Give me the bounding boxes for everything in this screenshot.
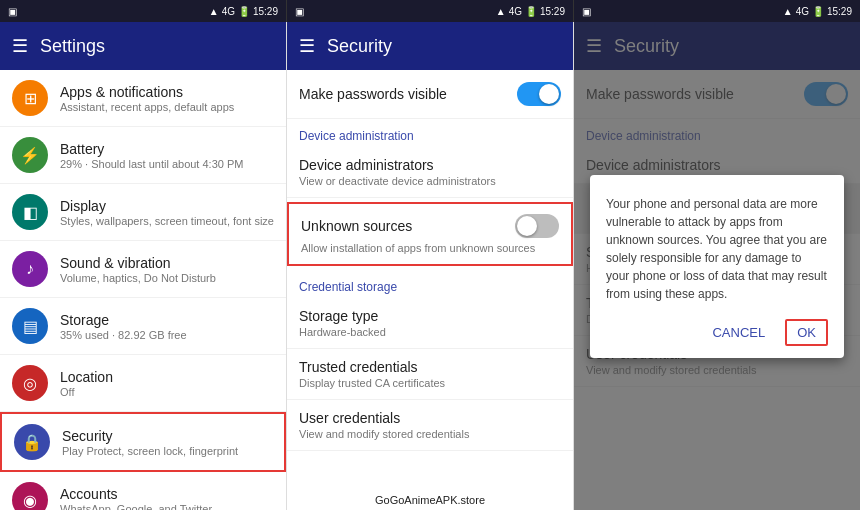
display-text: Display Styles, wallpapers, screen timeo… <box>60 198 274 227</box>
settings-panel: ☰ Settings ⊞ Apps & notifications Assist… <box>0 22 287 510</box>
status-right-3: ▲ 4G 🔋 15:29 <box>783 6 852 17</box>
unknown-sources-label: Unknown sources <box>301 218 515 234</box>
dialog-cancel-button[interactable]: CANCEL <box>700 319 777 346</box>
user-credentials-subtitle: View and modify stored credentials <box>299 428 561 440</box>
time-2: 15:29 <box>540 6 565 17</box>
unknown-sources-toggle[interactable] <box>515 214 559 238</box>
storage-type-title: Storage type <box>299 308 561 324</box>
location-icon: ◎ <box>12 365 48 401</box>
security-text: Security Play Protect, screen lock, fing… <box>62 428 272 457</box>
battery-icon-2: 🔋 <box>525 6 537 17</box>
dialog-overlay: Your phone and personal data are more vu… <box>574 22 860 510</box>
time-3: 15:29 <box>827 6 852 17</box>
sound-text: Sound & vibration Volume, haptics, Do No… <box>60 255 274 284</box>
status-segment-1: ▣ ▲ 4G 🔋 15:29 <box>0 0 287 22</box>
dialog-ok-button[interactable]: OK <box>785 319 828 346</box>
accounts-title: Accounts <box>60 486 274 502</box>
settings-title: Settings <box>40 36 105 57</box>
sound-icon: ♪ <box>12 251 48 287</box>
status-right-1: ▲ 4G 🔋 15:29 <box>209 6 278 17</box>
settings-item-location[interactable]: ◎ Location Off <box>0 355 286 412</box>
apps-title: Apps & notifications <box>60 84 274 100</box>
display-subtitle: Styles, wallpapers, screen timeout, font… <box>60 215 274 227</box>
settings-item-battery[interactable]: ⚡ Battery 29% · Should last until about … <box>0 127 286 184</box>
battery-icon-3: 🔋 <box>812 6 824 17</box>
make-passwords-label: Make passwords visible <box>299 86 517 102</box>
display-title: Display <box>60 198 274 214</box>
security-icon: 🔒 <box>14 424 50 460</box>
display-icon: ◧ <box>12 194 48 230</box>
device-administrators-subtitle: View or deactivate device administrators <box>299 175 561 187</box>
status-icon-left-3: ▣ <box>582 6 591 17</box>
panels-container: ☰ Settings ⊞ Apps & notifications Assist… <box>0 22 860 510</box>
settings-item-storage[interactable]: ▤ Storage 35% used · 82.92 GB free <box>0 298 286 355</box>
settings-list: ⊞ Apps & notifications Assistant, recent… <box>0 70 286 510</box>
battery-subtitle: 29% · Should last until about 4:30 PM <box>60 158 274 170</box>
dialog-body-text: Your phone and personal data are more vu… <box>606 195 828 303</box>
security-hamburger-icon[interactable]: ☰ <box>299 35 315 57</box>
device-administrators-row[interactable]: Device administrators View or deactivate… <box>287 147 573 198</box>
security-title: Security <box>62 428 272 444</box>
settings-item-accounts[interactable]: ◉ Accounts WhatsApp, Google, and Twitter <box>0 472 286 510</box>
user-credentials-row[interactable]: User credentials View and modify stored … <box>287 400 573 451</box>
status-segment-2: ▣ ▲ 4G 🔋 15:29 <box>287 0 574 22</box>
settings-item-display[interactable]: ◧ Display Styles, wallpapers, screen tim… <box>0 184 286 241</box>
settings-top-bar: ☰ Settings <box>0 22 286 70</box>
signal-icon-2: 4G <box>509 6 522 17</box>
sound-title: Sound & vibration <box>60 255 274 271</box>
wifi-icon-2: ▲ <box>496 6 506 17</box>
accounts-subtitle: WhatsApp, Google, and Twitter <box>60 503 274 511</box>
credential-storage-header: Credential storage <box>287 270 573 298</box>
storage-subtitle: 35% used · 82.92 GB free <box>60 329 274 341</box>
trusted-credentials-title: Trusted credentials <box>299 359 561 375</box>
unknown-sources-row[interactable]: Unknown sources Allow installation of ap… <box>287 202 573 266</box>
battery-title: Battery <box>60 141 274 157</box>
storage-title: Storage <box>60 312 274 328</box>
security-dialog-panel: ☰ Security Make passwords visible Device… <box>574 22 860 510</box>
device-admin-header: Device administration <box>287 119 573 147</box>
battery-icon: ⚡ <box>12 137 48 173</box>
make-passwords-toggle[interactable] <box>517 82 561 106</box>
settings-hamburger-icon[interactable]: ☰ <box>12 35 28 57</box>
security-panel-title: Security <box>327 36 392 57</box>
storage-icon: ▤ <box>12 308 48 344</box>
trusted-credentials-subtitle: Display trusted CA certificates <box>299 377 561 389</box>
accounts-icon: ◉ <box>12 482 48 510</box>
device-administrators-title: Device administrators <box>299 157 561 173</box>
location-subtitle: Off <box>60 386 274 398</box>
settings-item-security[interactable]: 🔒 Security Play Protect, screen lock, fi… <box>0 412 286 472</box>
make-passwords-visible-row[interactable]: Make passwords visible <box>287 70 573 119</box>
time-1: 15:29 <box>253 6 278 17</box>
status-icon-left-2: ▣ <box>295 6 304 17</box>
status-right-2: ▲ 4G 🔋 15:29 <box>496 6 565 17</box>
apps-text: Apps & notifications Assistant, recent a… <box>60 84 274 113</box>
trusted-credentials-row[interactable]: Trusted credentials Display trusted CA c… <box>287 349 573 400</box>
storage-type-row[interactable]: Storage type Hardware-backed <box>287 298 573 349</box>
status-segment-3: ▣ ▲ 4G 🔋 15:29 <box>574 0 860 22</box>
unknown-sources-subtitle: Allow installation of apps from unknown … <box>301 242 535 254</box>
security-panel: ☰ Security Make passwords visible Device… <box>287 22 574 510</box>
storage-type-subtitle: Hardware-backed <box>299 326 561 338</box>
location-text: Location Off <box>60 369 274 398</box>
dialog-buttons: CANCEL OK <box>606 319 828 346</box>
status-bar-row: ▣ ▲ 4G 🔋 15:29 ▣ ▲ 4G 🔋 15:29 ▣ ▲ 4G 🔋 1… <box>0 0 860 22</box>
signal-icon-1: 4G <box>222 6 235 17</box>
accounts-text: Accounts WhatsApp, Google, and Twitter <box>60 486 274 511</box>
sound-subtitle: Volume, haptics, Do Not Disturb <box>60 272 274 284</box>
unknown-sources-dialog: Your phone and personal data are more vu… <box>590 175 844 358</box>
location-title: Location <box>60 369 274 385</box>
settings-item-apps[interactable]: ⊞ Apps & notifications Assistant, recent… <box>0 70 286 127</box>
battery-icon-1: 🔋 <box>238 6 250 17</box>
battery-text: Battery 29% · Should last until about 4:… <box>60 141 274 170</box>
security-subtitle: Play Protect, screen lock, fingerprint <box>62 445 272 457</box>
wifi-icon-1: ▲ <box>209 6 219 17</box>
signal-icon-3: 4G <box>796 6 809 17</box>
status-icon-left-1: ▣ <box>8 6 17 17</box>
settings-item-sound[interactable]: ♪ Sound & vibration Volume, haptics, Do … <box>0 241 286 298</box>
watermark-panel2: GoGoAnimeAPK.store <box>375 494 485 506</box>
wifi-icon-3: ▲ <box>783 6 793 17</box>
apps-subtitle: Assistant, recent apps, default apps <box>60 101 274 113</box>
apps-icon: ⊞ <box>12 80 48 116</box>
security-settings-list: Make passwords visible Device administra… <box>287 70 573 510</box>
security-top-bar: ☰ Security <box>287 22 573 70</box>
